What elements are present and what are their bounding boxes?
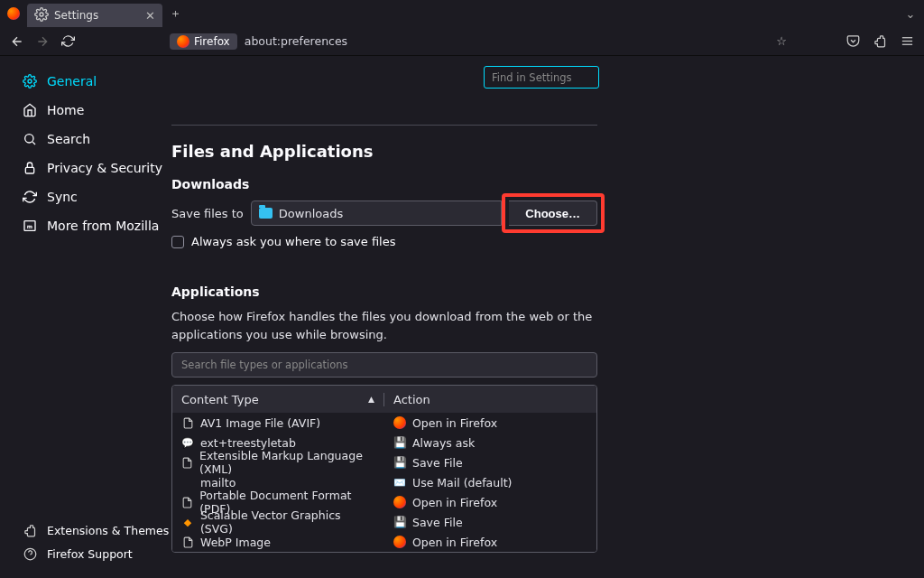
applications-search-placeholder: Search file types or applications — [181, 359, 348, 371]
sidebar-item-label: More from Mozilla — [47, 219, 159, 233]
action-icon: 💾 — [393, 456, 406, 469]
firefox-logo-icon — [0, 0, 27, 27]
downloads-heading: Downloads — [171, 177, 597, 191]
sidebar-item-label: Home — [47, 103, 84, 117]
action-text: Save File — [412, 516, 463, 529]
extensions-icon[interactable] — [868, 30, 892, 53]
sidebar-item-label: Privacy & Security — [47, 161, 162, 175]
content-type-text: ext+treestyletab — [200, 436, 296, 450]
sidebar-item-more[interactable]: m More from Mozilla — [16, 211, 171, 240]
sidebar-item-general[interactable]: General — [16, 67, 171, 96]
column-content-type[interactable]: Content Type ▲ — [172, 393, 384, 406]
bookmark-star-icon[interactable]: ☆ — [771, 34, 792, 48]
new-tab-button[interactable]: ＋ — [162, 0, 188, 27]
settings-sidebar: General Home Search Privacy & Security S… — [0, 56, 171, 578]
download-path-text: Downloads — [279, 207, 343, 220]
help-icon — [22, 545, 38, 562]
cell-action: 💾Save File — [384, 516, 472, 529]
mozilla-icon: m — [22, 218, 38, 234]
action-icon: 💾 — [393, 436, 406, 449]
always-ask-row[interactable]: Always ask you where to save files — [171, 235, 597, 248]
app-menu-icon[interactable] — [895, 30, 919, 53]
action-text: Use Mail (default) — [412, 476, 512, 489]
action-text: Open in Firefox — [412, 496, 497, 509]
sidebar-item-label: Search — [47, 132, 90, 146]
content-type-text: Extensible Markup Language (XML) — [199, 449, 375, 476]
action-icon — [393, 416, 406, 429]
action-text: Always ask — [412, 436, 475, 450]
forward-button[interactable] — [31, 30, 54, 53]
table-header: Content Type ▲ Action — [172, 386, 596, 413]
tab-settings[interactable]: Settings ✕ — [27, 4, 162, 27]
content-type-text: Scalable Vector Graphics (SVG) — [200, 508, 375, 536]
applications-search-input[interactable]: Search file types or applications — [171, 352, 597, 378]
sidebar-extensions-themes[interactable]: Extensions & Themes — [16, 518, 171, 542]
table-row[interactable]: ◆Scalable Vector Graphics (SVG)💾Save Fil… — [172, 512, 596, 532]
toolbar: Firefox about:preferences ☆ — [0, 27, 924, 56]
cell-content-type: ◆Scalable Vector Graphics (SVG) — [172, 508, 384, 536]
url-text: about:preferences — [237, 34, 347, 48]
search-icon — [22, 131, 38, 147]
save-files-label: Save files to — [171, 207, 244, 220]
filetype-icon — [181, 456, 193, 469]
sidebar-item-home[interactable]: Home — [16, 96, 171, 125]
sidebar-item-label: Sync — [47, 190, 78, 204]
sidebar-item-label: Firefox Support — [47, 547, 133, 561]
applications-heading: Applications — [171, 284, 597, 299]
applications-table: Content Type ▲ Action AV1 Image File (AV… — [171, 385, 597, 553]
cell-action: Open in Firefox — [384, 536, 506, 549]
applications-description: Choose how Firefox handles the files you… — [171, 308, 597, 343]
sidebar-item-privacy[interactable]: Privacy & Security — [16, 154, 171, 182]
action-text: Save File — [412, 456, 463, 470]
cell-content-type: WebP Image — [172, 536, 384, 549]
sidebar-item-label: Extensions & Themes — [47, 524, 169, 537]
cell-action: 💾Save File — [384, 456, 472, 470]
folder-icon — [259, 208, 273, 219]
filetype-icon — [181, 476, 194, 489]
table-row[interactable]: AV1 Image File (AVIF)Open in Firefox — [172, 413, 596, 433]
table-row[interactable]: Extensible Markup Language (XML)💾Save Fi… — [172, 452, 596, 472]
action-icon — [393, 536, 406, 548]
filetype-icon: ◆ — [181, 516, 194, 528]
list-tabs-button[interactable]: ⌄ — [897, 0, 924, 27]
cell-content-type: Extensible Markup Language (XML) — [172, 449, 384, 476]
find-in-settings-input[interactable]: Find in Settings — [484, 66, 599, 89]
lock-icon — [22, 160, 38, 176]
sidebar-item-search[interactable]: Search — [16, 125, 171, 154]
svg-line-6 — [32, 142, 35, 144]
identity-badge[interactable]: Firefox — [170, 33, 237, 50]
action-text: Open in Firefox — [412, 416, 497, 430]
table-row[interactable]: WebP ImageOpen in Firefox — [172, 532, 596, 552]
svg-rect-7 — [25, 167, 33, 173]
sidebar-firefox-support[interactable]: Firefox Support — [16, 542, 171, 565]
cell-action: 💾Always ask — [384, 436, 484, 450]
settings-main: Find in Settings Files and Applications … — [171, 56, 924, 578]
column-action[interactable]: Action — [384, 393, 439, 406]
save-files-row: Save files to Downloads Choose… — [171, 200, 597, 226]
reload-button[interactable] — [56, 30, 79, 53]
always-ask-label: Always ask you where to save files — [191, 235, 396, 248]
cell-content-type: AV1 Image File (AVIF) — [172, 416, 384, 430]
svg-point-5 — [25, 135, 33, 143]
settings-content: General Home Search Privacy & Security S… — [0, 56, 924, 578]
column-label: Content Type — [181, 393, 259, 406]
column-label: Action — [393, 393, 430, 406]
url-bar[interactable]: Firefox about:preferences ☆ — [170, 30, 792, 53]
close-tab-icon[interactable]: ✕ — [145, 9, 155, 23]
filetype-icon — [181, 536, 194, 548]
pocket-icon[interactable] — [841, 30, 864, 53]
back-button[interactable] — [5, 30, 29, 53]
action-icon — [393, 496, 406, 508]
choose-download-folder-button[interactable]: Choose… — [509, 200, 597, 226]
cell-action: Open in Firefox — [384, 496, 506, 509]
always-ask-checkbox[interactable] — [171, 236, 184, 248]
section-title: Files and Applications — [171, 142, 597, 161]
content-type-text: AV1 Image File (AVIF) — [200, 416, 320, 430]
download-path-field[interactable]: Downloads — [251, 200, 503, 226]
cell-content-type: 💬ext+treestyletab — [172, 436, 384, 450]
cell-content-type: mailto — [172, 476, 384, 489]
gear-icon — [22, 73, 38, 89]
action-icon: 💾 — [393, 516, 406, 528]
sidebar-item-sync[interactable]: Sync — [16, 182, 171, 211]
content-type-text: WebP Image — [200, 536, 271, 549]
